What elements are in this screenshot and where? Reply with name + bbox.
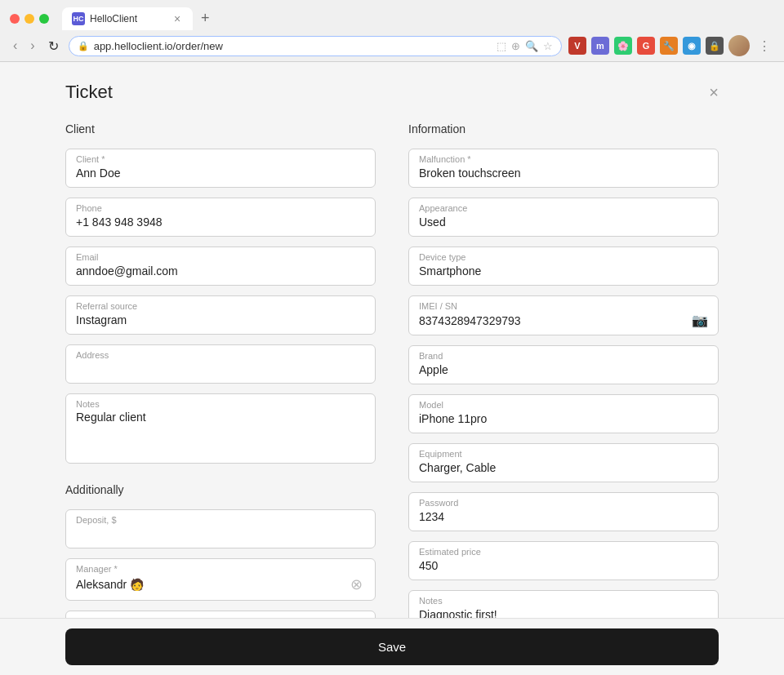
info-notes-label: Notes — [419, 596, 708, 606]
appearance-label: Appearance — [419, 203, 708, 213]
extension-icons: V m 🌸 G 🔧 ◉ 🔒 ⋮ — [568, 35, 774, 56]
brand-label: Brand — [419, 351, 708, 361]
reload-button[interactable]: ↻ — [45, 37, 62, 56]
equipment-input[interactable] — [419, 461, 708, 474]
lock-icon: 🔒 — [78, 41, 89, 51]
estimated-price-label: Estimated price — [419, 547, 708, 557]
referral-label: Referral source — [76, 301, 365, 311]
password-label: Password — [419, 498, 708, 508]
device-type-label: Device type — [419, 252, 708, 262]
address-input[interactable] — [76, 362, 365, 375]
phone-input[interactable] — [76, 215, 365, 229]
client-name-label: Client * — [76, 154, 365, 164]
manager-input[interactable] — [76, 578, 347, 591]
model-field: Model — [408, 394, 719, 433]
client-name-input[interactable] — [76, 167, 365, 180]
client-notes-input[interactable]: Regular client — [76, 411, 365, 453]
brand-input[interactable] — [419, 363, 708, 376]
ext-icon-6[interactable]: ◉ — [683, 37, 701, 55]
equipment-label: Equipment — [419, 449, 708, 459]
client-section-title: Client — [65, 122, 376, 135]
url-display: app.helloclient.io/order/new — [94, 40, 492, 52]
model-input[interactable] — [419, 412, 708, 425]
close-modal-button[interactable]: × — [709, 84, 719, 100]
phone-label: Phone — [76, 203, 365, 213]
search-icon: 🔍 — [525, 40, 538, 52]
tab-close-btn[interactable]: × — [172, 13, 183, 24]
active-tab[interactable]: HC HelloClient × — [62, 7, 193, 30]
browser-chrome: HC HelloClient × + ‹ › ↻ 🔒 app.helloclie… — [0, 0, 784, 62]
toolbar: ‹ › ↻ 🔒 app.helloclient.io/order/new ⬚ ⊕… — [0, 30, 784, 61]
email-input[interactable] — [76, 264, 365, 278]
estimated-price-input[interactable] — [419, 559, 708, 572]
referral-field: Referral source — [65, 295, 376, 335]
imei-field: IMEI / SN 📷 — [408, 295, 719, 335]
maximize-window-btn[interactable] — [39, 14, 49, 24]
client-column: Client Client * Phone Email Referral sou… — [65, 122, 376, 670]
info-column: Information Malfunction * Appearance Dev… — [408, 122, 719, 670]
tab-bar: HC HelloClient × + — [62, 7, 216, 30]
imei-label: IMEI / SN — [419, 301, 708, 311]
ext-icon-1[interactable]: V — [568, 37, 586, 55]
manager-field-inner: ⊗ — [76, 575, 365, 593]
info-section-title: Information — [408, 122, 719, 135]
tab-title: HelloClient — [90, 13, 167, 24]
save-button[interactable]: Save — [65, 628, 719, 665]
cast-icon: ⊕ — [511, 40, 520, 52]
ext-icon-5[interactable]: 🔧 — [660, 37, 678, 55]
appearance-field: Appearance — [408, 198, 719, 237]
traffic-lights — [10, 14, 49, 24]
password-field: Password — [408, 492, 719, 531]
estimated-price-field: Estimated price — [408, 541, 719, 580]
modal-header: Ticket × — [65, 82, 719, 103]
manager-label: Manager * — [76, 564, 365, 574]
forward-button[interactable]: › — [27, 37, 38, 55]
phone-field: Phone — [65, 198, 376, 237]
client-notes-label: Notes — [76, 399, 365, 409]
model-label: Model — [419, 400, 708, 410]
save-bar: Save — [0, 618, 784, 675]
ext-icon-3[interactable]: 🌸 — [614, 37, 632, 55]
close-window-btn[interactable] — [10, 14, 20, 24]
client-notes-field: Notes Regular client — [65, 393, 376, 464]
back-button[interactable]: ‹ — [10, 37, 20, 55]
ext-icon-2[interactable]: m — [591, 37, 609, 55]
camera-icon-button[interactable]: 📷 — [692, 313, 708, 328]
malfunction-input[interactable] — [419, 167, 708, 180]
deposit-label: Deposit, $ — [76, 515, 365, 525]
client-fields: Client * Phone Email Referral source Add — [65, 149, 376, 464]
ext-icon-7[interactable]: 🔒 — [706, 37, 724, 55]
form-layout: Client Client * Phone Email Referral sou… — [65, 122, 719, 670]
brand-field: Brand — [408, 345, 719, 384]
page-title: Ticket — [65, 82, 113, 103]
client-name-field: Client * — [65, 149, 376, 188]
manager-field: Manager * ⊗ — [65, 558, 376, 601]
page-content: Ticket × Client Client * Phone Email — [0, 62, 784, 670]
malfunction-label: Malfunction * — [419, 154, 708, 164]
appearance-input[interactable] — [419, 215, 708, 229]
device-type-field: Device type — [408, 246, 719, 286]
email-field: Email — [65, 246, 376, 286]
additionally-section-title: Additionally — [65, 483, 376, 496]
address-bar[interactable]: 🔒 app.helloclient.io/order/new ⬚ ⊕ 🔍 ☆ — [69, 36, 562, 56]
ext-icon-4[interactable]: G — [637, 37, 655, 55]
profile-avatar[interactable] — [728, 35, 750, 56]
info-fields: Malfunction * Appearance Device type IME… — [408, 149, 719, 629]
referral-input[interactable] — [76, 313, 365, 326]
address-label: Address — [76, 350, 365, 360]
email-label: Email — [76, 252, 365, 262]
address-field: Address — [65, 344, 376, 384]
screen-share-icon: ⬚ — [497, 40, 506, 52]
password-input[interactable] — [419, 510, 708, 523]
deposit-input[interactable] — [76, 527, 365, 540]
tab-favicon: HC — [72, 12, 85, 25]
malfunction-field: Malfunction * — [408, 149, 719, 188]
deposit-field: Deposit, $ — [65, 509, 376, 548]
manager-clear-button[interactable]: ⊗ — [347, 575, 365, 593]
equipment-field: Equipment — [408, 443, 719, 482]
minimize-window-btn[interactable] — [24, 14, 34, 24]
more-menu-button[interactable]: ⋮ — [755, 37, 774, 56]
new-tab-button[interactable]: + — [194, 7, 216, 30]
device-type-input[interactable] — [419, 264, 708, 278]
imei-input[interactable] — [419, 314, 692, 327]
